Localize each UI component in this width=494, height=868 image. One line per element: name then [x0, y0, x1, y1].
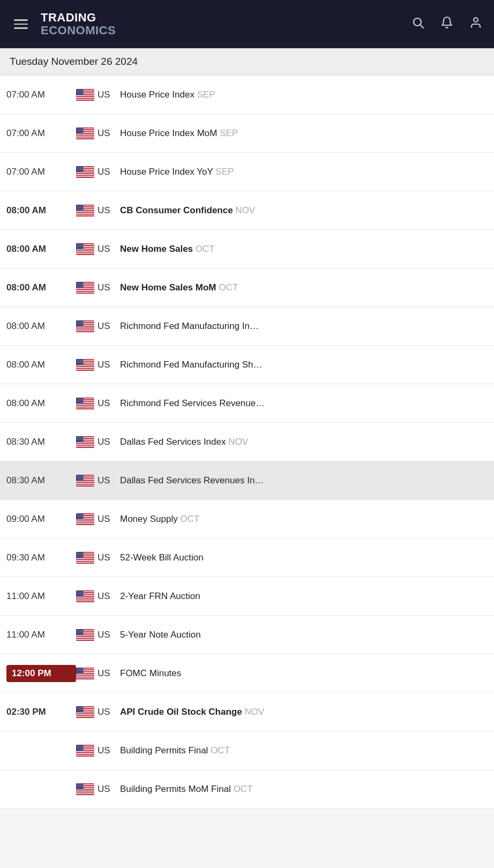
svg-rect-643 [76, 754, 94, 755]
event-name: Richmond Fed Manufacturing In… [120, 321, 488, 332]
calendar-row[interactable]: 09:30 AM ★★★★★ ★★★★ ★★★★★ ★★★★ ★★★★★ US … [0, 538, 494, 577]
date-header: Tuesday November 26 2024 [0, 48, 494, 76]
svg-rect-496 [76, 601, 94, 602]
calendar-row[interactable]: 08:00 AM ★★★★★ ★★★★ ★★★★★ ★★★★ ★★★★★ US … [0, 191, 494, 230]
menu-button[interactable] [10, 15, 32, 33]
event-name: Money Supply OCT [120, 514, 488, 525]
event-name: API Crude Oil Stock Change NOV [120, 707, 488, 717]
svg-rect-85 [76, 173, 94, 174]
calendar-row[interactable]: ★★★★★ ★★★★ ★★★★★ ★★★★ ★★★★★ US Building … [0, 770, 494, 809]
event-time: 12:00 PM [6, 665, 76, 682]
svg-rect-343 [76, 442, 94, 443]
event-time: 07:00 AM [6, 128, 76, 139]
svg-rect-421 [76, 523, 94, 524]
svg-rect-309 [76, 406, 94, 407]
svg-rect-383 [76, 483, 94, 484]
country-code: US [98, 360, 117, 370]
svg-rect-233 [76, 327, 94, 328]
logo-economics: ECONOMICS [41, 24, 116, 37]
event-name: Dallas Fed Services Revenues In… [120, 475, 488, 486]
calendar-row[interactable]: 08:00 AM ★★★★★ ★★★★ ★★★★★ ★★★★ ★★★★★ US … [0, 268, 494, 307]
event-period: OCT [211, 745, 230, 755]
country-code: US [98, 282, 117, 293]
event-name: 2-Year FRN Auction [120, 591, 488, 602]
country-flag: ★★★★★ ★★★★ ★★★★★ ★★★★ ★★★★★ [76, 629, 94, 641]
event-name: FOMC Minutes [120, 668, 488, 679]
event-period: NOV [228, 437, 248, 447]
svg-rect-458 [76, 562, 94, 563]
event-time: 08:30 AM [6, 475, 76, 486]
calendar-row[interactable]: 08:00 AM ★★★★★ ★★★★ ★★★★★ ★★★★ ★★★★★ US … [0, 346, 494, 384]
svg-rect-274 [76, 370, 94, 371]
svg-rect-122 [76, 212, 94, 213]
svg-rect-419 [76, 521, 94, 522]
event-name: 5-Year Note Auction [120, 630, 488, 640]
app-header: TRADING ECONOMICS [0, 0, 494, 48]
calendar-row[interactable]: 07:00 AM ★★★★★ ★★★★ ★★★★★ ★★★★ ★★★★★ US … [0, 114, 494, 153]
event-name: 52-Week Bill Auction [120, 552, 488, 563]
country-code: US [98, 784, 117, 795]
event-period: SEP [197, 89, 215, 100]
svg-rect-529 [76, 636, 94, 637]
svg-rect-344 [76, 443, 94, 444]
svg-rect-232 [76, 326, 94, 327]
svg-rect-418 [76, 520, 94, 521]
svg-rect-87 [76, 175, 94, 176]
calendar-row[interactable]: 08:30 AM ★★★★★ ★★★★ ★★★★★ ★★★★ ★★★★★ US … [0, 423, 494, 461]
calendar-row[interactable]: 08:00 AM ★★★★★ ★★★★ ★★★★★ ★★★★ ★★★★★ US … [0, 307, 494, 346]
svg-rect-532 [76, 639, 94, 640]
event-period: SEP [220, 128, 238, 138]
event-period: OCT [196, 244, 215, 254]
notification-icon[interactable] [438, 14, 455, 34]
event-name: House Price Index SEP [120, 89, 488, 100]
svg-rect-679 [76, 792, 94, 793]
calendar-row[interactable]: 11:00 AM ★★★★★ ★★★★ ★★★★★ ★★★★ ★★★★★ US … [0, 577, 494, 616]
svg-rect-420 [76, 522, 94, 523]
svg-rect-12 [76, 97, 94, 98]
country-code: US [98, 745, 117, 756]
calendar-row[interactable]: 08:00 AM ★★★★★ ★★★★ ★★★★★ ★★★★ ★★★★★ US … [0, 230, 494, 268]
header-icons [409, 14, 484, 34]
calendar-row[interactable]: 07:00 AM ★★★★★ ★★★★ ★★★★★ ★★★★ ★★★★★ US … [0, 153, 494, 191]
event-name: Building Permits Final OCT [120, 745, 488, 756]
svg-rect-384 [76, 484, 94, 485]
calendar-row[interactable]: 08:00 AM ★★★★★ ★★★★ ★★★★★ ★★★★ ★★★★★ US … [0, 384, 494, 423]
event-time: 08:00 AM [6, 321, 76, 332]
calendar-row[interactable]: 12:00 PM ★★★★★ ★★★★ ★★★★★ ★★★★ ★★★★★ US … [0, 654, 494, 693]
svg-rect-382 [76, 483, 94, 484]
svg-rect-568 [76, 676, 94, 677]
country-flag: ★★★★★ ★★★★ ★★★★★ ★★★★ ★★★★★ [76, 128, 94, 139]
svg-rect-236 [76, 330, 94, 331]
calendar-row[interactable]: 07:00 AM ★★★★★ ★★★★ ★★★★★ ★★★★ ★★★★★ US … [0, 76, 494, 114]
svg-rect-676 [76, 789, 94, 790]
svg-rect-495 [76, 600, 94, 601]
event-time: 08:00 AM [6, 398, 76, 409]
svg-rect-126 [76, 215, 94, 216]
svg-rect-89 [76, 177, 94, 178]
country-code: US [98, 475, 117, 486]
svg-rect-385 [76, 485, 94, 487]
country-flag: ★★★★★ ★★★★ ★★★★★ ★★★★ ★★★★★ [76, 243, 94, 255]
calendar-row[interactable]: ★★★★★ ★★★★ ★★★★★ ★★★★ ★★★★★ US Building … [0, 731, 494, 770]
country-flag: ★★★★★ ★★★★ ★★★★★ ★★★★ ★★★★★ [76, 668, 94, 679]
calendar-row[interactable]: 02:30 PM ★★★★★ ★★★★ ★★★★★ ★★★★ ★★★★★ US … [0, 693, 494, 731]
svg-rect-15 [76, 100, 94, 101]
calendar-row[interactable]: 08:30 AM ★★★★★ ★★★★ ★★★★★ ★★★★ ★★★★★ US … [0, 461, 494, 500]
event-name: New Home Sales OCT [120, 244, 488, 255]
country-code: US [98, 89, 117, 100]
svg-rect-681 [76, 794, 94, 795]
svg-rect-492 [76, 597, 94, 598]
country-flag: ★★★★★ ★★★★ ★★★★★ ★★★★ ★★★★★ [76, 706, 94, 718]
country-code: US [98, 398, 117, 409]
event-time: 08:00 AM [6, 244, 76, 255]
calendar-row[interactable]: 09:00 AM ★★★★★ ★★★★ ★★★★★ ★★★★ ★★★★★ US … [0, 500, 494, 538]
search-icon[interactable] [409, 14, 426, 34]
svg-rect-196 [76, 289, 94, 290]
calendar-row[interactable]: 11:00 AM ★★★★★ ★★★★ ★★★★★ ★★★★ ★★★★★ US … [0, 616, 494, 654]
svg-rect-308 [76, 406, 94, 407]
svg-rect-530 [76, 637, 94, 638]
account-icon[interactable] [467, 14, 484, 34]
country-code: US [98, 128, 117, 139]
event-name: New Home Sales MoM OCT [120, 282, 488, 293]
svg-rect-311 [76, 408, 94, 409]
